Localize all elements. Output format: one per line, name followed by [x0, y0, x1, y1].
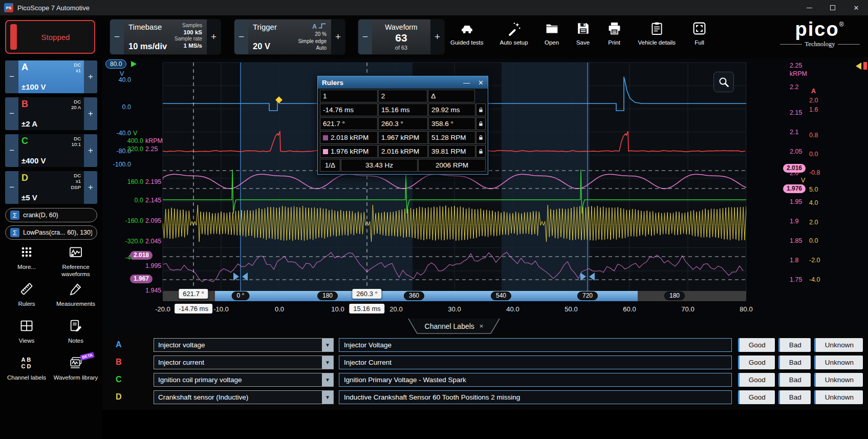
channel-letter: D: [21, 173, 28, 183]
notes-icon: [69, 319, 83, 335]
sidebar-item-label: Notes: [68, 338, 83, 345]
timebase-decrease-button[interactable]: −: [110, 19, 124, 54]
channel-D-unknown-button[interactable]: Unknown: [814, 390, 863, 404]
sidebar-item-channel-labels[interactable]: A BC DChannel labels: [3, 356, 50, 382]
channel-C-unknown-button[interactable]: Unknown: [814, 373, 863, 387]
trigger-increase-button[interactable]: +: [331, 19, 345, 54]
channel-letter: C: [21, 136, 28, 146]
channel-C-label-input[interactable]: Ignition Primary Voltage - Wasted Spark: [339, 373, 732, 387]
waveform-previous-button[interactable]: −: [358, 19, 372, 54]
sidebar-item-label: More...: [17, 264, 36, 271]
trigger-level-value[interactable]: 20 V: [253, 41, 277, 51]
ruler-lock-icon[interactable]: [476, 117, 486, 130]
channel-swatch: [323, 149, 328, 154]
print-button[interactable]: Print: [607, 21, 622, 46]
ruler-lock-icon[interactable]: [476, 145, 486, 158]
zoom-overview-button[interactable]: [713, 72, 734, 92]
save-button[interactable]: Save: [576, 21, 591, 46]
channel-D-label-input[interactable]: Inductive Crankshaft Sensor 60 Tooth Pos…: [339, 390, 732, 404]
row-channel-letter: B: [116, 358, 122, 367]
ruler-delta-value: 29.92 ms: [428, 103, 475, 116]
channel-A-unknown-button[interactable]: Unknown: [814, 338, 863, 352]
trigger-decrease-button[interactable]: −: [234, 19, 248, 54]
channel-B-decrease-button[interactable]: −: [5, 97, 18, 130]
rulers-minimize-button[interactable]: —: [463, 79, 470, 87]
auto-setup-button[interactable]: Auto setup: [500, 21, 528, 46]
channel-C-increase-button[interactable]: +: [84, 134, 97, 167]
timebase-value[interactable]: 10 ms/div: [128, 41, 167, 51]
channel-D-preset-dropdown[interactable]: Crankshaft sensor (Inductive)▼: [154, 390, 334, 404]
channel-D-increase-button[interactable]: +: [84, 171, 97, 204]
channel-C-button[interactable]: −CDC10:1±400 V+: [5, 134, 97, 167]
sidebar-item-measurements[interactable]: Measurements: [52, 282, 99, 308]
maximize-button[interactable]: [821, 0, 844, 15]
waveform-next-button[interactable]: +: [430, 19, 444, 54]
channel-D-good-button[interactable]: Good: [738, 390, 775, 404]
channel-labels-tab[interactable]: Channel Labels ×: [406, 318, 502, 335]
row-channel-letter: D: [116, 392, 122, 402]
ruler-1-value: -14.76 ms: [320, 103, 378, 116]
channel-letter: A: [21, 62, 28, 72]
expand-icon: [692, 21, 707, 37]
sidebar-item-views[interactable]: Views: [3, 319, 50, 345]
channel-C-bad-button[interactable]: Bad: [778, 373, 811, 387]
channel-B-button[interactable]: −BDC20 A±2 A+: [5, 97, 97, 130]
rulers-dialog[interactable]: Rulers — ✕ 12Δ-14.76 ms15.16 ms29.92 ms6…: [317, 76, 488, 175]
rulers-frequency-value: 33.43 Hz: [341, 159, 418, 172]
dots-icon: [19, 245, 34, 261]
channel-A-bad-button[interactable]: Bad: [778, 338, 811, 352]
auto-setup-label: Auto setup: [500, 39, 528, 46]
rulers-column-header: 1: [320, 90, 378, 102]
math-channel-button-2[interactable]: ΣLowPass(cra... 60), 130): [5, 225, 97, 240]
channel-swatch: [323, 135, 328, 140]
math-channel-button-1[interactable]: Σcrank(D, 60): [5, 208, 97, 222]
close-button[interactable]: ✕: [844, 0, 868, 15]
tab-close-icon[interactable]: ×: [480, 322, 484, 330]
channel-A-good-button[interactable]: Good: [738, 338, 775, 352]
channel-A-range: ±100 V: [21, 82, 46, 91]
channel-B-good-button[interactable]: Good: [738, 356, 775, 369]
channel-B-label-input[interactable]: Injector Current: [339, 356, 732, 369]
ruler-lock-icon[interactable]: [476, 103, 486, 116]
scope-view[interactable]: 80.0V40.00.0-40.0-80.0-100.0V400.0320.01…: [102, 58, 868, 338]
open-label: Open: [545, 39, 559, 46]
ruler-lock-icon[interactable]: [476, 131, 486, 144]
rulers-rpm-value: 2006 RPM: [418, 159, 486, 172]
channel-B-increase-button[interactable]: +: [84, 97, 97, 130]
channel-A-label-input[interactable]: Injector Voltage: [339, 338, 732, 352]
rulers-column-header: 2: [378, 90, 428, 102]
capture-start-stop-button[interactable]: Stopped: [5, 20, 95, 54]
guided-tests-button[interactable]: Guided tests: [450, 21, 484, 46]
sidebar-item-reference-waveforms[interactable]: Reference waveforms: [52, 245, 99, 278]
rotation-ruler-bar[interactable]: 0 °180360540720180: [163, 291, 746, 301]
minimize-button[interactable]: [797, 0, 821, 15]
channel-A-preset-dropdown[interactable]: Injector voltage▼: [154, 338, 334, 352]
open-button[interactable]: Open: [545, 21, 559, 46]
sidebar-item-more[interactable]: More...: [3, 245, 50, 271]
channel-C-good-button[interactable]: Good: [738, 373, 775, 387]
ruler-delta-value: 39.81 RPM: [428, 145, 475, 158]
sidebar-item-rulers[interactable]: Rulers: [3, 282, 50, 308]
channel-D-button[interactable]: −DDCx1DSP±5 V+: [5, 171, 97, 204]
sidebar-item-notes[interactable]: Notes: [52, 319, 99, 345]
samples-value: 100 kS: [175, 29, 202, 36]
channel-B-bad-button[interactable]: Bad: [778, 356, 811, 369]
channel-B-preset-dropdown[interactable]: Injector current▼: [154, 356, 334, 369]
channel-A-button[interactable]: −ADCx1±100 V+: [5, 60, 97, 93]
channel-A-decrease-button[interactable]: −: [5, 60, 18, 93]
vehicle-details-button[interactable]: Vehicle details: [638, 21, 676, 46]
channel-B-unknown-button[interactable]: Unknown: [814, 356, 863, 369]
rulers-dialog-titlebar[interactable]: Rulers — ✕: [318, 76, 488, 89]
full-button[interactable]: Full: [692, 21, 707, 46]
channel-D-decrease-button[interactable]: −: [5, 171, 18, 204]
channel-D-bad-button[interactable]: Bad: [778, 390, 811, 404]
rulers-close-button[interactable]: ✕: [478, 79, 484, 87]
save-icon: [576, 21, 591, 37]
channel-C-decrease-button[interactable]: −: [5, 134, 18, 167]
math-channel-label: crank(D, 60): [23, 212, 58, 219]
views-icon: [19, 319, 34, 335]
channel-A-increase-button[interactable]: +: [84, 60, 97, 93]
sidebar-item-waveform-library[interactable]: Waveform libraryBETA: [52, 356, 99, 382]
timebase-increase-button[interactable]: +: [207, 19, 221, 54]
channel-C-preset-dropdown[interactable]: Ignition coil primary voltage▼: [154, 373, 334, 387]
